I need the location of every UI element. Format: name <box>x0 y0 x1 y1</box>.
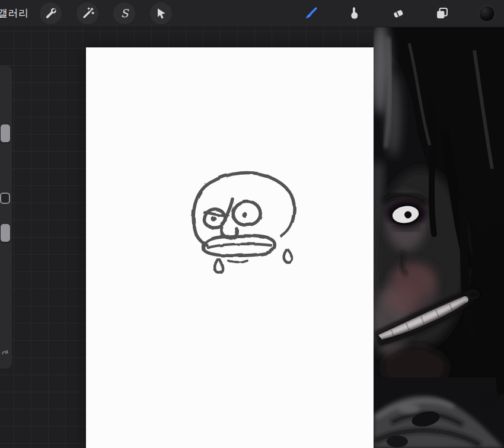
brush-icon <box>302 5 319 22</box>
size-slider-handle[interactable] <box>1 124 10 142</box>
actions-button[interactable] <box>40 2 62 24</box>
transform-button[interactable] <box>150 2 172 24</box>
reference-artwork <box>374 27 504 448</box>
magic-wand-icon <box>80 6 95 21</box>
procreate-app: 갤러리 S <box>0 0 504 448</box>
sidebar[interactable] <box>0 65 12 369</box>
layers-icon <box>434 5 450 21</box>
eraser-icon <box>390 5 406 21</box>
opacity-slider-handle[interactable] <box>1 224 10 242</box>
selection-button[interactable]: S <box>113 2 135 24</box>
undo-icon[interactable] <box>1 348 10 358</box>
top-toolbar: 갤러리 S <box>0 0 504 27</box>
selection-s-icon: S <box>117 6 132 21</box>
adjustments-button[interactable] <box>76 2 98 24</box>
paint-tool-button[interactable] <box>299 2 321 24</box>
transform-arrow-icon <box>154 6 169 21</box>
color-button[interactable] <box>476 2 497 24</box>
modify-button[interactable] <box>0 193 10 204</box>
layers-button[interactable] <box>431 2 453 24</box>
smudge-tool-button[interactable] <box>343 2 365 24</box>
sketch-drawing <box>86 47 374 448</box>
gallery-button[interactable]: 갤러리 <box>0 7 31 20</box>
svg-text:S: S <box>120 7 129 19</box>
wrench-icon <box>43 6 59 21</box>
erase-tool-button[interactable] <box>387 2 409 24</box>
color-swatch <box>479 5 495 22</box>
smudge-icon <box>346 5 362 21</box>
drawing-canvas[interactable] <box>86 47 374 448</box>
